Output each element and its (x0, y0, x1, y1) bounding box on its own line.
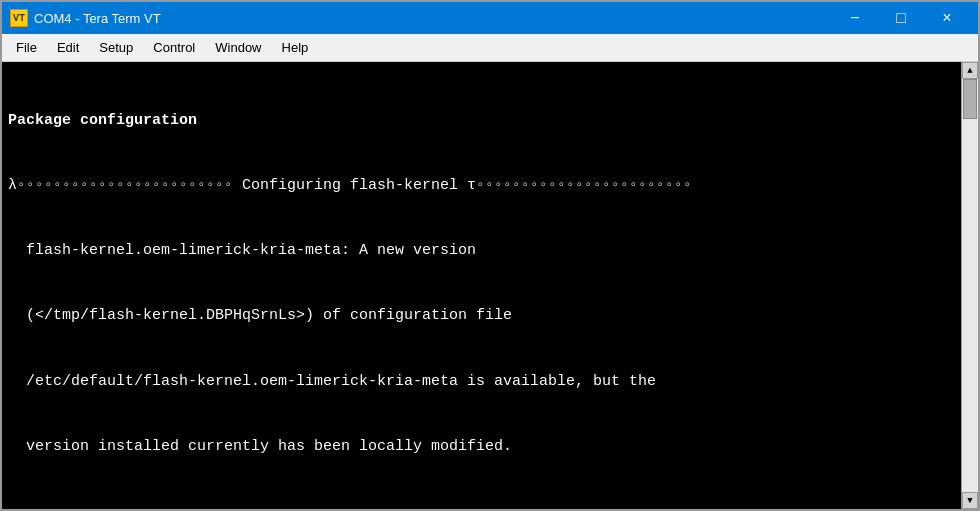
minimize-button[interactable]: − (832, 2, 878, 34)
menu-file[interactable]: File (6, 36, 47, 59)
terminal-content[interactable]: Package configuration λ◦◦◦◦◦◦◦◦◦◦◦◦◦◦◦◦◦… (2, 62, 961, 509)
title-bar: VT COM4 - Tera Term VT − □ × (2, 2, 978, 34)
terminal-line-1: λ◦◦◦◦◦◦◦◦◦◦◦◦◦◦◦◦◦◦◦◦◦◦◦◦ Configuring fl… (8, 175, 955, 197)
menu-control[interactable]: Control (143, 36, 205, 59)
maximize-button[interactable]: □ (878, 2, 924, 34)
terminal-line-4: /etc/default/flash-kernel.oem-limerick-k… (8, 371, 955, 393)
terminal-line-5: version installed currently has been loc… (8, 436, 955, 458)
app-icon: VT (10, 9, 28, 27)
scrollbar: ▲ ▼ (961, 62, 978, 509)
window-title: COM4 - Tera Term VT (34, 11, 832, 26)
menu-edit[interactable]: Edit (47, 36, 89, 59)
pkg-config-header: Package configuration (8, 110, 955, 132)
window-controls: − □ × (832, 2, 970, 34)
menu-bar: File Edit Setup Control Window Help (2, 34, 978, 62)
terminal-window: VT COM4 - Tera Term VT − □ × File Edit S… (0, 0, 980, 511)
close-button[interactable]: × (924, 2, 970, 34)
menu-setup[interactable]: Setup (89, 36, 143, 59)
scroll-up-button[interactable]: ▲ (962, 62, 978, 79)
menu-help[interactable]: Help (272, 36, 319, 59)
terminal-line-3: (</tmp/flash-kernel.DBPHqSrnLs>) of conf… (8, 305, 955, 327)
terminal-wrapper: Package configuration λ◦◦◦◦◦◦◦◦◦◦◦◦◦◦◦◦◦… (2, 62, 978, 509)
menu-window[interactable]: Window (205, 36, 271, 59)
scrollbar-track[interactable] (962, 79, 978, 492)
scroll-down-button[interactable]: ▼ (962, 492, 978, 509)
scrollbar-thumb[interactable] (963, 79, 977, 119)
terminal-line-2: flash-kernel.oem-limerick-kria-meta: A n… (8, 240, 955, 262)
